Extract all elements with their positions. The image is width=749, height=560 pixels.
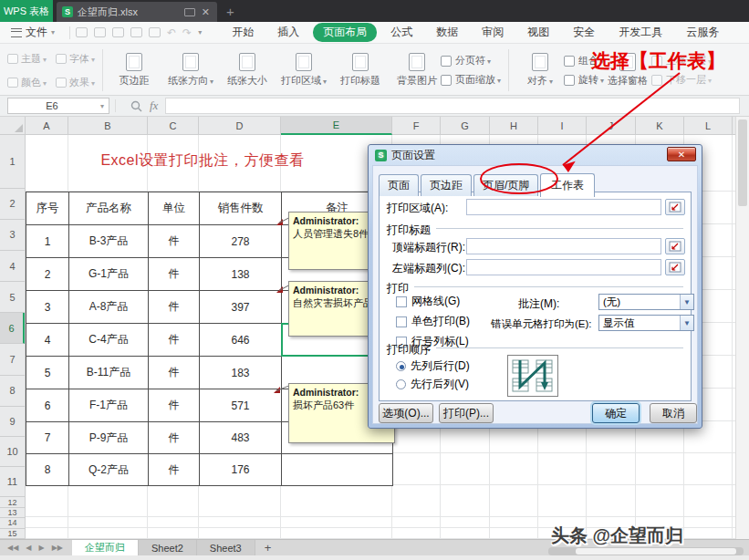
row-header-13[interactable]: 13 <box>0 508 25 518</box>
row-header-15[interactable]: 15 <box>0 529 25 539</box>
select-all-corner[interactable] <box>0 117 26 135</box>
table-cell[interactable]: 产品名称 <box>69 192 149 225</box>
ribbon-button-打印区域[interactable]: 打印区域 <box>280 53 328 88</box>
table-cell[interactable]: 件 <box>149 357 200 389</box>
table-cell[interactable]: 6 <box>26 389 69 422</box>
dialog-tab-工作表[interactable]: 工作表 <box>540 173 595 197</box>
save-icon[interactable] <box>94 27 106 37</box>
ribbon-button-背景图片[interactable]: 背景图片 <box>393 53 441 88</box>
print-area-range-button[interactable] <box>665 199 685 215</box>
table-cell[interactable]: 8 <box>26 454 69 486</box>
table-cell[interactable] <box>282 454 393 486</box>
row-header-3[interactable]: 3 <box>0 220 25 251</box>
column-header-G[interactable]: G <box>441 117 490 135</box>
ok-button[interactable]: 确定 <box>592 403 640 423</box>
options-button[interactable]: 选项(O)... <box>379 403 433 423</box>
print-button[interactable]: 打印(P)... <box>439 403 494 423</box>
hscroll-thumb[interactable] <box>576 548 736 555</box>
dialog-tab-页边距[interactable]: 页边距 <box>421 174 472 196</box>
dialog-titlebar[interactable]: S 页面设置 <box>369 145 702 165</box>
table-cell[interactable]: 1 <box>26 225 69 258</box>
menu-item-插入[interactable]: 插入 <box>267 23 309 42</box>
next-sheet-icon[interactable]: ▶ <box>38 544 44 552</box>
checkbox-网格线(G)[interactable]: 网格线(G) <box>396 294 460 309</box>
row-header-6[interactable]: 6 <box>0 313 25 344</box>
cancel-button[interactable]: 取消 <box>650 403 697 423</box>
table-cell[interactable]: 7 <box>26 422 69 454</box>
row-header-2[interactable]: 2 <box>0 189 25 220</box>
table-cell[interactable]: 3 <box>26 291 69 324</box>
ribbon-button-下移一层[interactable]: 下移一层 <box>651 73 712 87</box>
pin-tab-icon[interactable] <box>184 8 195 16</box>
print-preview-icon[interactable] <box>149 27 161 37</box>
table-cell[interactable]: 2 <box>26 258 69 291</box>
comments-dropdown[interactable]: (无) ▼ <box>598 294 694 310</box>
vscroll-thumb[interactable] <box>738 119 747 206</box>
new-tab-button[interactable]: + <box>217 0 244 22</box>
table-cell[interactable]: P-9产品 <box>69 422 149 454</box>
table-cell[interactable]: 单位 <box>149 192 200 225</box>
menu-item-开发工具[interactable]: 开发工具 <box>609 23 672 42</box>
vertical-scrollbar[interactable] <box>735 117 749 539</box>
table-cell[interactable]: 件 <box>149 258 200 291</box>
row-header-5[interactable]: 5 <box>0 282 25 313</box>
themes-button[interactable]: 主题 <box>7 52 47 66</box>
fx-icon[interactable]: fx <box>150 99 158 113</box>
row-header-4[interactable]: 4 <box>0 251 25 282</box>
table-cell[interactable]: 4 <box>26 324 69 357</box>
horizontal-scrollbar[interactable] <box>548 547 744 555</box>
formula-input[interactable] <box>165 98 740 114</box>
table-cell[interactable]: F-1产品 <box>69 389 149 422</box>
error-cells-dropdown[interactable]: 显示值 ▼ <box>598 315 694 331</box>
dialog-tab-页眉/页脚[interactable]: 页眉/页脚 <box>473 174 538 196</box>
menu-item-数据[interactable]: 数据 <box>426 23 468 42</box>
dialog-tab-页面[interactable]: 页面 <box>379 174 419 196</box>
column-header-J[interactable]: J <box>587 117 636 135</box>
table-cell[interactable]: 278 <box>200 225 282 258</box>
zoom-search-icon[interactable] <box>130 100 142 112</box>
menu-item-安全[interactable]: 安全 <box>563 23 605 42</box>
table-cell[interactable]: 销售件数 <box>200 192 282 225</box>
print-icon[interactable] <box>130 27 142 37</box>
close-tab-icon[interactable]: ✕ <box>200 7 212 17</box>
top-title-row-range-button[interactable] <box>665 238 685 254</box>
column-header-F[interactable]: F <box>392 117 441 135</box>
row-header-12[interactable]: 12 <box>0 497 25 507</box>
menu-item-页面布局[interactable]: 页面布局 <box>313 23 377 42</box>
prev-sheet-icon[interactable]: ◀ <box>26 544 31 552</box>
dialog-close-button[interactable]: ✕ <box>667 147 696 161</box>
table-cell[interactable]: 件 <box>149 291 200 324</box>
table-cell[interactable]: Q-2产品 <box>69 454 149 486</box>
table-cell[interactable]: 件 <box>149 454 200 486</box>
menu-item-公式[interactable]: 公式 <box>380 23 422 42</box>
row-header-14[interactable]: 14 <box>0 518 25 528</box>
table-cell[interactable]: G-1产品 <box>69 258 149 291</box>
qat-dropdown-icon[interactable]: ▾ <box>198 28 202 36</box>
menu-item-开始[interactable]: 开始 <box>222 23 264 42</box>
sheet-tab-企望而归[interactable]: 企望而归 <box>72 540 139 555</box>
checkbox-单色打印(B)[interactable]: 单色打印(B) <box>396 314 470 329</box>
left-title-col-input[interactable] <box>466 259 661 275</box>
row-header-8[interactable]: 8 <box>0 376 25 407</box>
table-cell[interactable]: 件 <box>149 389 200 422</box>
table-cell[interactable]: 138 <box>200 258 282 291</box>
menu-item-云服务[interactable]: 云服务 <box>676 23 729 42</box>
row-header-9[interactable]: 9 <box>0 407 25 437</box>
undo-icon[interactable]: ↶ <box>167 27 176 38</box>
row-header-10[interactable]: 10 <box>0 437 25 467</box>
table-cell[interactable]: B-3产品 <box>69 225 149 258</box>
table-cell[interactable]: 397 <box>200 291 282 324</box>
ribbon-button-纸张大小[interactable]: 纸张大小 <box>224 53 271 88</box>
ribbon-button-旋转[interactable]: 旋转 <box>564 73 604 87</box>
app-logo[interactable]: WPS 表格 <box>0 0 53 22</box>
table-cell[interactable]: 183 <box>200 357 282 389</box>
namebox-dropdown-icon[interactable]: ▾ <box>96 102 109 110</box>
table-cell[interactable]: 5 <box>26 357 69 389</box>
document-tab[interactable]: S 企望而归.xlsx ✕ <box>57 2 217 22</box>
file-menu-button[interactable]: 文件 ▾ <box>0 25 64 40</box>
ribbon-button-分页符[interactable]: 分页符 <box>441 54 501 67</box>
redo-icon[interactable]: ↷ <box>182 27 192 38</box>
column-header-H[interactable]: H <box>490 117 538 135</box>
radio-先列后行(D)[interactable]: 先列后行(D) <box>396 358 470 374</box>
top-title-row-input[interactable] <box>466 238 661 254</box>
